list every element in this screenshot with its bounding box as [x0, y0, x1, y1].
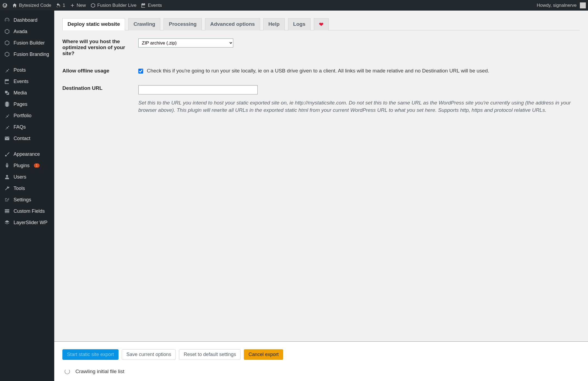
cancel-export-button[interactable]: Cancel export	[244, 349, 283, 360]
admin-sidebar: DashboardAvadaFusion BuilderFusion Brand…	[0, 11, 54, 381]
update-count: 1	[63, 3, 65, 8]
dest-label: Destination URL	[62, 85, 138, 91]
tab-donate[interactable]: ❤	[314, 18, 329, 30]
tab-logs[interactable]: Logs	[288, 18, 311, 30]
badge: 1	[34, 163, 40, 168]
fusion-builder-link[interactable]: Fusion Builder Live	[90, 3, 137, 8]
sidebar-item-label: Events	[14, 79, 28, 84]
sidebar-item-label: Pages	[14, 101, 27, 107]
events-link[interactable]: Events	[141, 3, 162, 8]
save-options-button[interactable]: Save current options	[122, 349, 176, 360]
site-name-link[interactable]: Bytesized Code	[12, 3, 51, 8]
user-icon	[4, 174, 10, 180]
offline-checkbox[interactable]	[138, 69, 143, 74]
pin-icon	[4, 67, 10, 73]
sidebar-item-media[interactable]: Media	[0, 87, 54, 99]
admin-bar: Bytesized Code 1 New Fusion Builder Live…	[0, 0, 588, 11]
sliders-icon	[4, 197, 10, 203]
sidebar-item-label: Tools	[14, 186, 25, 191]
action-area: Start static site export Save current op…	[54, 341, 588, 381]
sidebar-item-label: Plugins	[14, 163, 30, 169]
sidebar-item-pages[interactable]: Pages	[0, 99, 54, 110]
calendar-icon	[4, 78, 10, 84]
howdy-link[interactable]: Howdy, signalnerve	[537, 2, 586, 8]
offline-desc: Check this if you're going to run your s…	[147, 68, 489, 74]
avada-icon	[4, 28, 10, 34]
status-text: Crawling initial file list	[75, 369, 124, 374]
plus-icon	[70, 3, 75, 8]
tab-help[interactable]: Help	[263, 18, 285, 30]
fusion-icon	[90, 3, 96, 8]
sidebar-item-contact[interactable]: Contact	[0, 133, 54, 144]
sidebar-item-label: Users	[14, 174, 26, 180]
pages-icon	[4, 101, 10, 107]
wordpress-icon	[2, 3, 8, 8]
sidebar-item-layerslider-wp[interactable]: LayerSlider WP	[0, 217, 54, 228]
tab-deploy-static-website[interactable]: Deploy static website	[62, 18, 125, 30]
pin-icon	[4, 124, 10, 130]
fusion-icon	[4, 51, 10, 57]
sidebar-item-label: Fusion Builder	[14, 40, 45, 46]
sidebar-item-tools[interactable]: Tools	[0, 183, 54, 194]
sidebar-item-label: Fusion Branding	[14, 52, 49, 57]
mail-icon	[4, 135, 10, 141]
sidebar-item-faqs[interactable]: FAQs	[0, 121, 54, 133]
reset-defaults-button[interactable]: Reset to default settings	[179, 349, 241, 360]
host-label: Where will you host the optimized versio…	[62, 39, 138, 56]
updates-link[interactable]: 1	[56, 3, 65, 8]
fields-icon	[4, 208, 10, 214]
tab-advanced-options[interactable]: Advanced options	[205, 18, 260, 30]
sidebar-item-custom-fields[interactable]: Custom Fields	[0, 205, 54, 217]
sidebar-item-label: FAQs	[14, 124, 26, 130]
calendar-icon	[141, 3, 146, 8]
sidebar-item-label: Settings	[14, 197, 31, 203]
new-link[interactable]: New	[70, 3, 86, 8]
sidebar-item-fusion-branding[interactable]: Fusion Branding	[0, 49, 54, 60]
sidebar-item-portfolio[interactable]: Portfolio	[0, 110, 54, 121]
sidebar-item-label: Media	[14, 90, 27, 96]
sidebar-item-dashboard[interactable]: Dashboard	[0, 14, 54, 26]
tab-crawling[interactable]: Crawling	[128, 18, 160, 30]
sidebar-item-label: Portfolio	[14, 113, 31, 119]
wrench-icon	[4, 185, 10, 191]
sidebar-item-label: Appearance	[14, 151, 40, 157]
layers-icon	[4, 220, 10, 226]
howdy-text: Howdy, signalnerve	[537, 3, 577, 8]
sidebar-item-label: Custom Fields	[14, 208, 45, 214]
media-icon	[4, 90, 10, 96]
start-export-button[interactable]: Start static site export	[62, 349, 119, 360]
events-label: Events	[148, 3, 162, 8]
sidebar-item-label: Dashboard	[14, 17, 37, 23]
sidebar-item-avada[interactable]: Avada	[0, 26, 54, 37]
offline-label: Allow offline usage	[62, 68, 138, 74]
plug-icon	[4, 163, 10, 169]
main-content: Deploy static websiteCrawlingProcessingA…	[54, 11, 588, 381]
new-label: New	[77, 3, 86, 8]
site-name: Bytesized Code	[19, 3, 51, 8]
avatar-icon	[580, 2, 586, 8]
tab-processing[interactable]: Processing	[164, 18, 202, 30]
sidebar-item-label: Avada	[14, 29, 27, 34]
sidebar-item-users[interactable]: Users	[0, 171, 54, 183]
sidebar-item-posts[interactable]: Posts	[0, 64, 54, 76]
sidebar-item-label: LayerSlider WP	[14, 220, 47, 226]
sidebar-item-appearance[interactable]: Appearance	[0, 148, 54, 160]
wordpress-logo[interactable]	[2, 3, 8, 8]
fusion-icon	[4, 40, 10, 46]
sidebar-item-events[interactable]: Events	[0, 76, 54, 87]
heart-icon: ❤	[319, 21, 324, 27]
fusion-builder-label: Fusion Builder Live	[97, 3, 137, 8]
dest-url-input[interactable]	[138, 85, 258, 94]
brush-icon	[4, 151, 10, 157]
dashboard-icon	[4, 17, 10, 23]
sidebar-item-settings[interactable]: Settings	[0, 194, 54, 205]
tab-bar: Deploy static websiteCrawlingProcessingA…	[62, 18, 580, 30]
sidebar-item-fusion-builder[interactable]: Fusion Builder	[0, 37, 54, 49]
sidebar-item-plugins[interactable]: Plugins1	[0, 160, 54, 171]
host-select[interactable]: ZIP archive (.zip)	[138, 39, 233, 47]
refresh-icon	[56, 3, 61, 8]
dest-help-text: Set this to the URL you intend to host y…	[138, 99, 580, 114]
sidebar-item-label: Posts	[14, 67, 26, 73]
sidebar-item-label: Contact	[14, 136, 30, 141]
spinner-icon	[65, 369, 70, 374]
